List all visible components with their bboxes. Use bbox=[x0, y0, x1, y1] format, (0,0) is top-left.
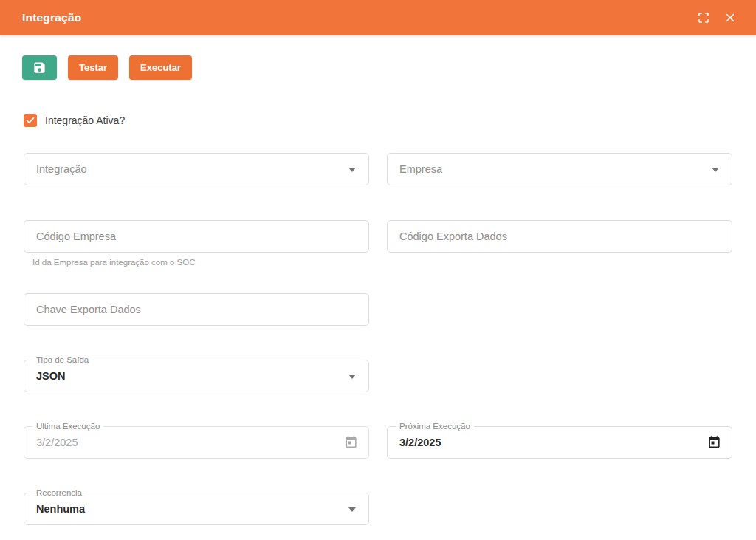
dialog-title: Integração bbox=[22, 11, 697, 24]
recorrencia-label: Recorrencia bbox=[32, 488, 86, 499]
proxima-execucao-field[interactable]: Próxima Execução 3/2/2025 bbox=[387, 426, 732, 459]
ultima-execucao-label: Ultima Execução bbox=[32, 421, 103, 432]
executar-button[interactable]: Executar bbox=[129, 55, 192, 80]
tipo-de-saida-select[interactable]: Tipo de Saída JSON bbox=[24, 360, 369, 392]
tipo-de-saida-label: Tipo de Saída bbox=[32, 355, 92, 366]
empresa-select[interactable]: Empresa bbox=[387, 153, 732, 185]
close-icon[interactable] bbox=[724, 11, 737, 24]
ultima-execucao-field: Ultima Execução 3/2/2025 bbox=[24, 426, 369, 459]
codigo-empresa-field[interactable] bbox=[24, 220, 369, 253]
codigo-exporta-dados-input[interactable] bbox=[399, 221, 720, 252]
chave-exporta-dados-field[interactable] bbox=[24, 293, 369, 326]
calendar-icon[interactable] bbox=[707, 436, 721, 450]
recorrencia-value: Nenhuma bbox=[36, 503, 85, 515]
chevron-down-icon bbox=[712, 168, 719, 172]
fullscreen-icon[interactable] bbox=[697, 11, 710, 24]
empresa-select-placeholder: Empresa bbox=[399, 163, 442, 175]
integracao-select-placeholder: Integração bbox=[36, 163, 87, 175]
save-button[interactable] bbox=[22, 55, 57, 80]
codigo-exporta-dados-field[interactable] bbox=[387, 220, 732, 253]
dialog-header: Integração bbox=[0, 0, 756, 35]
save-icon bbox=[32, 61, 47, 75]
codigo-empresa-helper-text: Id da Empresa para integração com o SOC bbox=[32, 258, 369, 267]
recorrencia-select[interactable]: Recorrencia Nenhuma bbox=[24, 493, 369, 525]
codigo-empresa-input[interactable] bbox=[36, 221, 357, 252]
chevron-down-icon bbox=[348, 168, 356, 172]
integration-form: Integração Empresa Id da Empresa para in… bbox=[0, 153, 756, 525]
header-icons bbox=[697, 11, 737, 24]
checkbox-label: Integração Ativa? bbox=[45, 115, 125, 126]
proxima-execucao-label: Próxima Execução bbox=[396, 421, 474, 432]
tipo-de-saida-value: JSON bbox=[36, 370, 66, 382]
ultima-execucao-value: 3/2/2025 bbox=[36, 437, 78, 448]
integracao-ativa-checkbox-row[interactable]: Integração Ativa? bbox=[24, 113, 732, 128]
chevron-down-icon bbox=[348, 375, 356, 379]
chevron-down-icon bbox=[348, 507, 356, 512]
codigo-empresa-group: Id da Empresa para integração com o SOC bbox=[24, 220, 369, 267]
checkbox-checked-icon[interactable] bbox=[24, 114, 37, 127]
integracao-select[interactable]: Integração bbox=[24, 153, 369, 185]
proxima-execucao-value: 3/2/2025 bbox=[399, 437, 441, 448]
calendar-icon bbox=[344, 436, 358, 450]
chave-exporta-dados-input[interactable] bbox=[36, 294, 357, 325]
toolbar: Testar Executar bbox=[22, 55, 734, 80]
testar-button[interactable]: Testar bbox=[68, 55, 118, 80]
